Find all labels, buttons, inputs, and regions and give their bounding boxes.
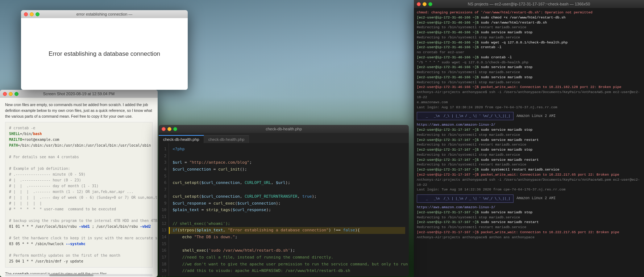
browser-title: error establishing connection — [76, 12, 133, 16]
editor-traffic-lights[interactable] [162, 127, 177, 131]
editor-body: 12345 678910 1112131415 1617181920 21222… [159, 143, 409, 276]
terminal-line: Redirecting to /bin/systemctl restart ma… [417, 225, 641, 230]
terminal-line: */5 * * * * sudo wget -q 127.0.0.1/check… [417, 60, 641, 65]
editor-minimize-button[interactable] [167, 127, 171, 131]
terminal-line: [ec2-user@ip-172-31-46-166 ~]$ sudo serv… [417, 65, 641, 70]
terminal-line: Redirecting to /bin/systemctl stop maria… [417, 152, 641, 158]
terminal-line: [ec2-user@ip-172-31-17-167 ~]$ sudo serv… [417, 127, 641, 133]
terminal-line: [ec2-user@ip-172-31-46-166 ~]$ sudo /var… [417, 20, 641, 25]
terminal-line: Redirecting to /bin/systemctl restart ma… [417, 25, 641, 30]
editor-maximize-button[interactable] [173, 127, 177, 131]
terminal-line: [ec2-user@ip-172-31-46-166 ~]$ sudo serv… [417, 75, 641, 80]
ami-block-1: _ _\n /_\ | |_\n / _ \| ' \n/_/ \_\_||_|… [417, 112, 641, 120]
cron-title: Screen Shot 2020-08-19 at 12.59.04 PM [43, 92, 115, 96]
terminal-line: Anthonys-Air:projects anthonypace$ antho… [417, 235, 641, 240]
traffic-lights[interactable] [24, 12, 40, 16]
browser-titlebar: error establishing connection — [21, 10, 188, 18]
cron-content: New cron files are empty, so commands mu… [0, 98, 158, 277]
terminal-maximize-button[interactable] [428, 2, 432, 6]
terminal-line: https://aws.amazon.com/amazon-linux-2/ [417, 122, 641, 127]
terminal-line: Redirecting to /bin/systemctl stop maria… [417, 215, 641, 220]
terminal-line: Anthonys-Air:projects anthonypace$ ssh -… [417, 177, 641, 188]
terminal-line: [ec2-user@ip-172-31-17-167 ~]$ packet_wr… [417, 230, 641, 235]
editor-tabs: check-db-health.php check-db-health.php [159, 133, 409, 143]
tab-label-inactive: check-db-health.php [208, 137, 245, 142]
editor-close-button[interactable] [162, 127, 166, 131]
terminal-line: Redirecting to /bin/systemctl restart ma… [417, 162, 641, 167]
terminal-line: Anthonys-Air:projects anthonypace$ ssh -… [417, 90, 641, 100]
terminal-line: Redirecting to /bin/systemctl stop maria… [417, 35, 641, 40]
terminal-line: [ec2-user@ip-172-31-17-167 ~]$ sudo serv… [417, 210, 641, 215]
tab-check-db-health-active[interactable]: check-db-health.php [159, 135, 204, 143]
cron-intro: New cron files are empty, so commands mu… [5, 102, 153, 119]
terminal-content: chmod: changing permissions of '/var/www… [414, 8, 644, 277]
terminal-line: [ec2-user@ip-172-31-46-166 ~]$ crontab -… [417, 45, 641, 50]
editor-window: check-db-health.php check-db-health.php … [159, 125, 409, 276]
browser-window: error establishing connection — Error es… [21, 10, 188, 90]
terminal-line: [ec2-user@ip-172-31-17-167 ~]$ sudo serv… [417, 220, 641, 225]
terminal-title: NS projects — ec2-user@ip-172-31-17-167:… [468, 2, 590, 6]
terminal-line: Redirecting to /bin/systemctl stop maria… [417, 133, 641, 138]
terminal-line: Redirecting to /bin/systemctl stop maria… [417, 80, 641, 85]
line-numbers: 12345 678910 1112131415 1617181920 21222… [159, 143, 169, 276]
terminal-line: Last login: Aug 17 03:30:24 2020 from cp… [417, 105, 641, 110]
minimize-button[interactable] [30, 12, 34, 16]
terminal-line: [ec2-user@ip-172-31-17-167 ~]$ sudo serv… [417, 138, 641, 143]
editor-title: check-db-health.php [266, 127, 302, 131]
cron-traffic-lights[interactable] [3, 92, 18, 96]
db-error-message: Error establishing a database connection [49, 50, 160, 58]
terminal-line: https://aws.amazon.com/amazon-linux-2/ [417, 205, 641, 210]
browser-content: Error establishing a database connection [21, 18, 188, 90]
terminal-line: Redirecting to /bin/systemctl stop maria… [417, 70, 641, 75]
editor-titlebar: check-db-health.php [159, 125, 409, 133]
terminal-window: NS projects — ec2-user@ip-172-31-17-167:… [414, 0, 644, 277]
code-area: <?php $url = "http://antpace.com/blog"; … [169, 143, 409, 276]
terminal-line: [ec2-user@ip-172-31-46-166 ~]$ packet_wr… [417, 85, 641, 90]
ami-label-1: Amazon Linux 2 AMI [516, 114, 556, 119]
terminal-close-button[interactable] [417, 2, 421, 6]
terminal-titlebar: NS projects — ec2-user@ip-172-31-17-167:… [414, 0, 644, 8]
ami-ascii-2: _ _\n /_\ | |_\n / _ \| ' \n/_/ \_\_||_| [417, 194, 514, 203]
tab-label-active: check-db-health.php [163, 137, 199, 142]
close-button[interactable] [24, 12, 28, 16]
terminal-traffic-lights[interactable] [417, 2, 432, 6]
maximize-button[interactable] [36, 12, 40, 16]
terminal-line: Last login: Tue Aug 18 14:22:36 2020 fro… [417, 187, 641, 192]
terminal-line: e.amazonaws.com [417, 100, 641, 105]
terminal-line: no crontab for ec2-user [417, 50, 641, 55]
terminal-line: [ec2-user@ip-172-31-46-166 ~]$ sudo wget… [417, 40, 641, 45]
terminal-line: [ec2-user@ip-172-31-17-167 ~]$ sudo serv… [417, 147, 641, 152]
cron-maximize-button[interactable] [14, 92, 18, 96]
tab-check-db-health-inactive[interactable]: check-db-health.php [204, 135, 249, 143]
terminal-line: [ec2-user@ip-172-31-46-166 ~]$ sudo cron… [417, 55, 641, 60]
cron-titlebar: Screen Shot 2020-08-19 at 12.59.04 PM [0, 90, 158, 98]
terminal-line: [ec2-user@ip-172-31-17-167 ~]$ sudo serv… [417, 158, 641, 163]
cron-close-button[interactable] [3, 92, 7, 96]
cron-code-block: # crontab -e SHELL=/bin/bash MAILTO=root… [5, 122, 153, 268]
terminal-minimize-button[interactable] [423, 2, 427, 6]
cron-window: Screen Shot 2020-08-19 at 12.59.04 PM Ne… [0, 90, 158, 277]
terminal-line: [ec2-user@ip-172-31-46-166 ~]$ sudo serv… [417, 30, 641, 35]
ami-ascii-1: _ _\n /_\ | |_\n / _ \| ' \n/_/ \_\_||_| [417, 112, 514, 120]
terminal-line: [ec2-user@ip-172-31-17-167 ~]$ sudo syst… [417, 167, 641, 172]
cron-minimize-button[interactable] [9, 92, 13, 96]
terminal-line: [ec2-user@ip-172-31-17-167 ~]$ packet_wr… [417, 172, 641, 177]
terminal-line: [ec2-user@ip-172-31-46-166 ~]$ sudo chmo… [417, 15, 641, 20]
terminal-line: Redirecting to /bin/systemctl restart ma… [417, 142, 641, 147]
terminal-line: chmod: changing permissions of '/var/www… [417, 10, 641, 15]
ami-block-2: _ _\n /_\ | |_\n / _ \| ' \n/_/ \_\_||_|… [417, 194, 641, 203]
ami-label-2: Amazon Linux 2 AMI [516, 196, 556, 201]
